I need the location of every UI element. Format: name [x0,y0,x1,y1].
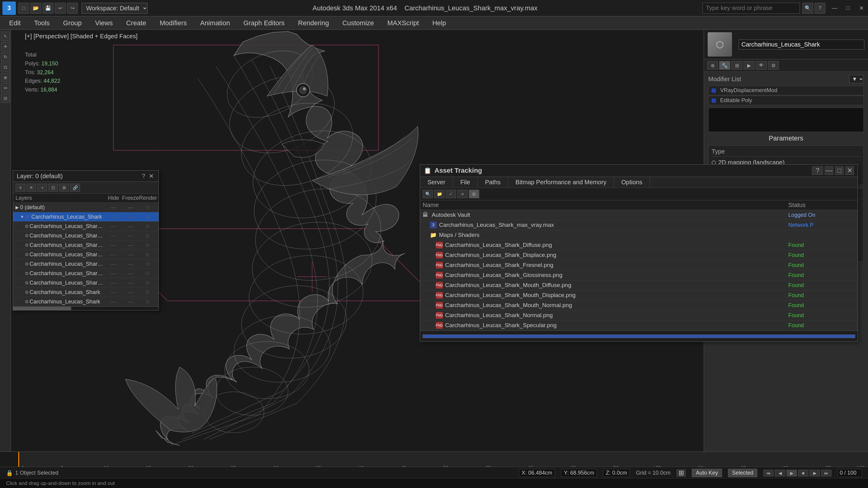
asset-row-specular[interactable]: PNG Carcharhinus_Leucas_Shark_Specular.p… [420,321,858,330]
asset-panel-minimize[interactable]: — [825,166,833,175]
modifier-vray[interactable]: VRayDisplacementMod [708,86,864,95]
snap-tool[interactable]: ⊕ [1,73,10,82]
asset-menu-paths[interactable]: Paths [478,177,508,188]
normal-name: Carcharhinus_Leucas_Shark_Normal.png [445,312,788,319]
maximize-btn[interactable]: □ [841,3,855,14]
asset-btn1[interactable]: 🔍 [423,190,433,198]
layer-row-eye-o[interactable]: ⊡ Carcharhinus_Leucas_Shark_Eye_O — — ☆ [13,240,158,250]
asset-btn4[interactable]: ≡ [457,190,468,198]
layer-row-shark1[interactable]: ⊡ Carcharhinus_Leucas_Shark — — ☆ [13,288,158,297]
redo-btn[interactable]: ↪ [67,3,78,14]
asset-panel-maximize[interactable]: □ [835,166,844,175]
menu-group[interactable]: Group [58,18,87,28]
asset-row-maps-folder[interactable]: 📁 Maps / Shaders [420,230,858,240]
rp-icon-motion[interactable]: ▶ [744,61,754,70]
layer-delete-btn[interactable]: ✕ [27,184,36,192]
asset-row-glossiness[interactable]: PNG Carcharhinus_Leucas_Shark_Glossiness… [420,270,858,280]
menu-views[interactable]: Views [89,18,118,28]
menu-graph-editors[interactable]: Graph Editors [238,18,290,28]
new-file-btn[interactable]: □ [18,3,29,14]
menu-modifiers[interactable]: Modifiers [154,18,192,28]
object-name-field[interactable] [739,39,864,50]
asset-row-vault[interactable]: 🏛 Autodesk Vault Logged On [420,210,858,220]
undo-btn[interactable]: ↩ [55,3,66,14]
menu-rendering[interactable]: Rendering [293,18,335,28]
rp-icon-modify[interactable]: 🔧 [719,61,730,70]
asset-menu-options[interactable]: Options [614,177,650,188]
asset-panel-help[interactable]: ? [812,166,823,175]
menu-customize[interactable]: Customize [337,18,379,28]
layer-row-eye-c[interactable]: ⊡ Carcharhinus_Leucas_Shark_Eye_C — — ☆ [13,231,158,240]
align-tool[interactable]: ⊟ [1,94,10,103]
layer-row-teeth-bottom[interactable]: ⊡ Carcharhinus_Leucas_Shark_Teeth_Bottom… [13,269,158,278]
frame-input[interactable] [838,469,862,477]
stop-btn[interactable]: ■ [798,470,808,477]
modifier-stack-area[interactable] [708,108,864,132]
layer-row-eye-l[interactable]: ⊡ Carcharhinus_Leucas_Shark_Eye_L — — ☆ [13,222,158,231]
modifier-editable-poly[interactable]: Editable Poly [708,96,864,105]
asset-panel-close[interactable]: ✕ [845,166,854,175]
layer-btn6[interactable]: 🔗 [70,184,80,192]
layer-row-shark-group[interactable]: ▼ Carcharhinus_Leucas_Shark — — ☆ [13,212,158,222]
asset-row-fresnel[interactable]: PNG Carcharhinus_Leucas_Shark_Fresnel.pn… [420,260,858,270]
search-btn[interactable]: 🔍 [802,3,813,14]
asset-btn3[interactable]: ✓ [446,190,456,198]
asset-row-mouth-displace[interactable]: PNG Carcharhinus_Leucas_Shark_Mouth_Disp… [420,290,858,300]
go-end-btn[interactable]: ⏭ [821,470,832,477]
open-file-btn[interactable]: 📂 [30,3,41,14]
timeline-track[interactable]: 0 5 10 15 20 25 30 35 40 45 50 55 60 65 … [18,452,868,467]
workspace-select[interactable]: Workspace: Default [82,3,148,14]
minimize-btn[interactable]: — [828,3,841,14]
play-btn[interactable]: ▶ [786,470,797,477]
asset-menu-bitmap[interactable]: Bitmap Performance and Memory [508,177,614,188]
menu-maxscript[interactable]: MAXScript [382,18,425,28]
layer-panel-help[interactable]: ? [142,173,145,180]
next-frame-btn[interactable]: ▶ [810,470,820,477]
modifier-dropdown[interactable]: ▼ [849,75,864,83]
menu-help[interactable]: Help [427,18,452,28]
rotate-tool[interactable]: ↻ [1,52,10,61]
menu-edit[interactable]: Edit [4,18,26,28]
asset-btn2[interactable]: 📁 [434,190,444,198]
save-file-btn[interactable]: 💾 [42,3,54,14]
rp-icon-hierarchy[interactable]: ⊞ [732,61,742,70]
layer-panel-close[interactable]: ✕ [148,172,155,180]
asset-row-max-file[interactable]: 3 Carcharhinus_Leucas_Shark_max_vray.max… [420,220,858,230]
help-btn[interactable]: ? [814,3,826,14]
layer-btn4[interactable]: ⊡ [49,184,58,192]
layer-settings-btn[interactable]: ≡ [16,184,25,192]
menu-create[interactable]: Create [121,18,152,28]
maps-folder-name: Maps / Shaders [439,232,788,238]
asset-menu-file[interactable]: File [453,177,478,188]
menu-animation[interactable]: Animation [195,18,236,28]
layer-add-btn[interactable]: + [37,184,47,192]
timeline[interactable]: 0 5 10 15 20 25 30 35 40 45 50 55 60 65 … [0,452,868,467]
close-btn[interactable]: ✕ [855,3,868,14]
rp-icon-display[interactable]: 👁 [756,61,767,70]
scale-tool[interactable]: ⊡ [1,63,10,72]
layer-row-shark2[interactable]: ⊡ Carcharhinus_Leucas_Shark — — ☆ [13,297,158,306]
grid-toggle[interactable]: ⊞ [677,469,686,477]
asset-menu-server[interactable]: Server [420,177,453,188]
mirror-tool[interactable]: ⇔ [1,83,10,92]
asset-row-normal[interactable]: PNG Carcharhinus_Leucas_Shark_Normal.png… [420,311,858,321]
asset-row-mouth-normal[interactable]: PNG Carcharhinus_Leucas_Shark_Mouth_Norm… [420,300,858,311]
asset-row-mouth-diffuse[interactable]: PNG Carcharhinus_Leucas_Shark_Mouth_Diff… [420,280,858,290]
layer-row-teeth-top[interactable]: ⊡ Carcharhinus_Leucas_Shark_Teeth_Top — … [13,259,158,269]
asset-row-diffuse[interactable]: PNG Carcharhinus_Leucas_Shark_Diffuse.pn… [420,240,858,250]
move-tool[interactable]: ✛ [1,42,10,51]
asset-row-displace[interactable]: PNG Carcharhinus_Leucas_Shark_Displace.p… [420,250,858,260]
layer-row-eye-r[interactable]: ⊡ Carcharhinus_Leucas_Shark_Eye_R — — ☆ [13,250,158,259]
rp-icon-utilities[interactable]: ⚙ [768,61,779,70]
prev-frame-btn[interactable]: ◀ [775,470,785,477]
go-start-btn[interactable]: ⏮ [763,470,774,477]
layer-row-default[interactable]: ▶ 0 (default) — — ☆ [13,203,158,212]
layer-scrollbar[interactable] [13,306,158,310]
menu-tools[interactable]: Tools [29,18,55,28]
select-tool[interactable]: ↖ [1,32,10,41]
layer-row-mouth[interactable]: ⊡ Carcharhinus_Leucas_Shark_Mouth — — ☆ [13,278,158,288]
layer-btn5[interactable]: ⊞ [59,184,69,192]
asset-btn5[interactable]: ⊞ [469,190,479,198]
rp-icon-create[interactable]: ⊕ [707,61,718,70]
search-input[interactable] [703,3,800,14]
